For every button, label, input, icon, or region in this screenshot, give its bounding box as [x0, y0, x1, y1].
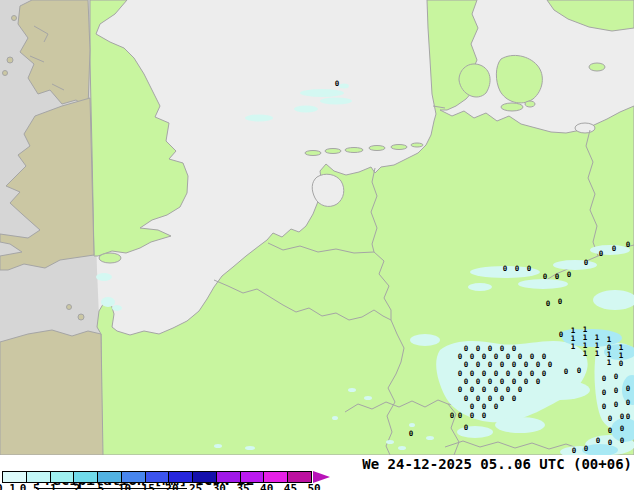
station-value: 0	[524, 377, 529, 386]
station-value: 0	[614, 372, 619, 381]
station-value: 0	[530, 369, 535, 378]
scottish-isle	[12, 16, 17, 21]
station-value: 0	[458, 385, 463, 394]
station-value: 0	[548, 360, 553, 369]
station-value: 0	[470, 385, 475, 394]
station-value: 0	[619, 359, 624, 368]
station-value: 0	[608, 426, 613, 435]
station-value: 0	[584, 258, 589, 267]
station-value: 0	[470, 352, 475, 361]
scottish-isle	[7, 57, 13, 63]
station-value: 0	[518, 385, 523, 394]
station-value: 0	[515, 264, 520, 273]
colorbar-segment	[73, 472, 97, 482]
colorbar-segment	[216, 472, 240, 482]
valid-time-label: We 24-12-2025 05..06 UTC (00+06)	[362, 456, 632, 472]
wadden-island	[411, 143, 423, 147]
station-value: 0	[494, 369, 499, 378]
station-value: 0	[470, 402, 475, 411]
station-value: 0	[530, 352, 535, 361]
station-value: 0	[500, 394, 505, 403]
station-value: 0	[464, 394, 469, 403]
station-value: 1	[607, 358, 612, 367]
oder-lagoon	[575, 123, 595, 133]
station-value: 0	[596, 436, 601, 445]
station-value: 0	[494, 385, 499, 394]
wadden-island	[369, 146, 385, 151]
station-value: 0	[614, 400, 619, 409]
station-value: 0	[558, 297, 563, 306]
station-value: 0	[464, 377, 469, 386]
station-value: 0	[488, 377, 493, 386]
colorbar-segment	[287, 472, 311, 482]
station-value: 0	[620, 424, 625, 433]
wadden-island	[391, 145, 407, 150]
station-value: 0	[458, 369, 463, 378]
station-value: 0	[494, 352, 499, 361]
station-value: 0	[602, 388, 607, 397]
station-value: 0	[626, 384, 631, 393]
wadden-island	[345, 148, 363, 153]
brittany-out-domain	[0, 330, 103, 455]
station-value: 0	[482, 385, 487, 394]
station-value: 0	[458, 352, 463, 361]
station-value: 0	[608, 438, 613, 447]
falster-island	[525, 101, 535, 107]
legend-footer: Precipitation [mm]ICON-D2 We 24-12-2025 …	[0, 455, 634, 490]
station-value: 0	[612, 244, 617, 253]
station-value: 0	[500, 377, 505, 386]
station-value: 0	[488, 394, 493, 403]
station-value: 0	[614, 386, 619, 395]
wadden-island	[325, 149, 341, 154]
station-value: 0	[506, 352, 511, 361]
station-value: 0	[500, 344, 505, 353]
channel-island	[78, 314, 84, 320]
station-value: 0	[470, 411, 475, 420]
colorbar-segment	[97, 472, 121, 482]
station-value: 0	[584, 444, 589, 453]
station-value: 0	[512, 360, 517, 369]
station-value: 0	[512, 377, 517, 386]
wadden-island	[305, 151, 321, 156]
lolland-island	[501, 103, 523, 111]
colorbar-segment	[168, 472, 192, 482]
station-value: 0	[464, 360, 469, 369]
station-value: 0	[543, 272, 548, 281]
station-value: 0	[506, 385, 511, 394]
station-value: 0	[450, 411, 455, 420]
station-value: 0	[577, 366, 582, 375]
station-value: 0	[500, 360, 505, 369]
station-value: 0	[464, 344, 469, 353]
station-value: 0	[572, 446, 577, 455]
station-value: 0	[559, 330, 564, 339]
station-value: 0	[482, 402, 487, 411]
station-value: 0	[608, 414, 613, 423]
station-value: 0	[518, 369, 523, 378]
station-value: 0	[512, 344, 517, 353]
station-value: 0	[602, 402, 607, 411]
colorbar-tick: 50	[299, 482, 329, 490]
station-value: 0	[506, 369, 511, 378]
colorbar-segment	[145, 472, 169, 482]
station-value: 0	[494, 402, 499, 411]
colorbar-segment	[50, 472, 74, 482]
weather-map-page: { "legend": { "title": "Precipitation [m…	[0, 0, 634, 490]
station-value: 0	[476, 360, 481, 369]
station-value: 0	[555, 272, 560, 281]
station-value: 0	[512, 394, 517, 403]
station-value: 0	[542, 352, 547, 361]
station-value: 1	[571, 342, 576, 351]
station-value: 0	[482, 369, 487, 378]
scottish-isle	[3, 71, 8, 76]
station-value: 0	[527, 264, 532, 273]
colorbar-segment	[240, 472, 264, 482]
station-value: 0	[335, 79, 340, 88]
station-value: 0	[620, 436, 625, 445]
station-value: 0	[476, 377, 481, 386]
colorbar-segment	[26, 472, 50, 482]
station-value: 0	[488, 344, 493, 353]
colorbar-tick-labels: 0.10.5125101520253035404550	[0, 482, 360, 490]
weather-map: 0000000000000000000000000000000000000000…	[0, 0, 634, 455]
station-value: 0	[536, 377, 541, 386]
station-value: 0	[464, 423, 469, 432]
